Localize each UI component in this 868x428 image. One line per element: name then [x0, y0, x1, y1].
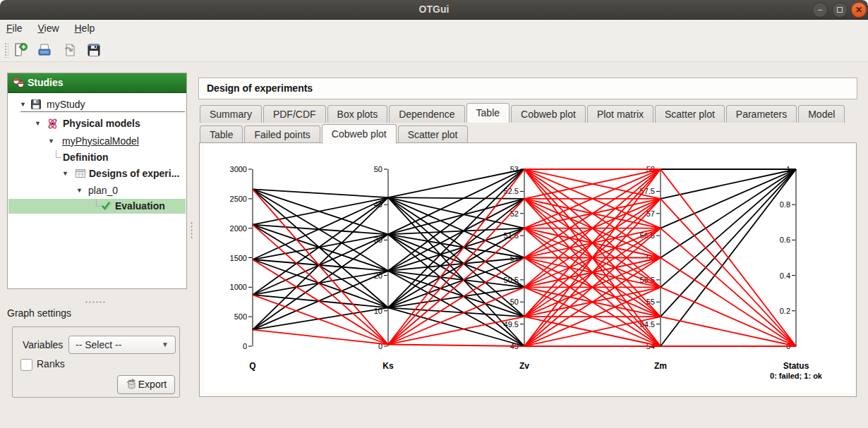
tab-dependence[interactable]: Dependence — [389, 105, 464, 123]
minimize-button[interactable]: − — [812, 2, 828, 18]
svg-text:0.4: 0.4 — [780, 271, 790, 280]
svg-text:Status: Status — [783, 361, 809, 371]
close-button[interactable]: ✕ — [851, 2, 867, 18]
tab-parameters[interactable]: Parameters — [726, 105, 797, 123]
export-button[interactable]: Export — [117, 375, 175, 394]
maximize-button[interactable] — [832, 2, 848, 18]
cobweb-plot-svg: 050010001500200025003000Q01020304050Ks49… — [205, 145, 855, 393]
open-folder-icon — [37, 42, 52, 58]
import-python-script-button[interactable] — [61, 41, 79, 59]
menu-bar: File View Help — [0, 20, 868, 38]
svg-text:Ks: Ks — [382, 361, 394, 371]
chevron-down-icon: ▼ — [162, 336, 169, 353]
svg-text:3000: 3000 — [230, 165, 247, 173]
studies-header: Studies — [8, 73, 186, 93]
toolbar-drag-handle[interactable] — [4, 42, 8, 58]
subtab-cobweb-plot[interactable]: Cobweb plot — [322, 124, 397, 144]
sub-tab-bar: Table Failed points Cobweb plot Scatter … — [200, 123, 469, 143]
study-separator — [20, 111, 185, 112]
subtab-scatter-plot[interactable]: Scatter plot — [398, 126, 468, 143]
tree-item-label: Definition — [63, 150, 109, 165]
tab-pdf-cdf[interactable]: PDF/CDF — [263, 105, 326, 123]
tree-item-label: myPhysicalModel — [62, 134, 139, 149]
title-bar[interactable]: OTGui − ✕ — [0, 0, 868, 20]
tab-scatter-plot[interactable]: Scatter plot — [655, 105, 725, 123]
save-floppy-icon — [86, 42, 102, 58]
studies-header-label: Studies — [28, 77, 64, 88]
tree-item-label: Designs of experi... — [89, 166, 179, 181]
import-script-icon — [62, 42, 78, 58]
maximize-icon — [837, 7, 843, 13]
graph-settings-title: Graph settings — [7, 307, 71, 319]
svg-text:0.6: 0.6 — [780, 236, 790, 244]
tree-item-mystudy[interactable]: ▼ myStudy — [8, 97, 186, 112]
svg-text:2500: 2500 — [230, 195, 247, 203]
expander-icon[interactable]: ▼ — [48, 134, 54, 149]
svg-text:0: 0 — [243, 342, 247, 350]
tab-cobweb-plot[interactable]: Cobweb plot — [511, 105, 586, 123]
evaluation-check-icon — [101, 200, 113, 212]
variables-combobox[interactable]: -- Select -- ▼ — [68, 336, 176, 354]
new-study-button[interactable] — [11, 41, 30, 59]
export-icon — [126, 379, 137, 390]
svg-text:Zm: Zm — [654, 361, 667, 371]
design-table-icon — [75, 168, 86, 179]
variables-combobox-value: -- Select -- — [76, 339, 121, 350]
tree-item-designs-of-experiments[interactable]: ▼ Designs of experi... — [8, 166, 186, 181]
subtab-table[interactable]: Table — [200, 126, 243, 143]
tree-item-label: Physical models — [63, 116, 140, 131]
tree-item-myphysicalmodel[interactable]: ▼ myPhysicalModel — [8, 134, 186, 149]
menu-help[interactable]: Help — [68, 20, 101, 36]
svg-text:Q: Q — [249, 361, 255, 371]
svg-text:0: failed; 1: ok: 0: failed; 1: ok — [770, 372, 823, 380]
app-window: OTGui − ✕ File View Help — [0, 0, 868, 428]
tree-item-plan-0[interactable]: ▼ plan_0 — [8, 183, 186, 198]
subtab-failed-points[interactable]: Failed points — [244, 126, 320, 143]
main-tab-bar: Summary PDF/CDF Box plots Dependence Tab… — [200, 103, 846, 123]
tab-box-plots[interactable]: Box plots — [327, 105, 388, 123]
export-button-label: Export — [138, 379, 167, 390]
svg-text:50: 50 — [374, 165, 382, 173]
tree-item-evaluation[interactable]: Evaluation — [8, 199, 186, 214]
new-document-icon — [13, 42, 28, 58]
expander-icon[interactable]: ▼ — [35, 116, 41, 131]
menu-file[interactable]: File — [0, 20, 29, 36]
menu-view[interactable]: View — [31, 20, 65, 36]
studies-tree-panel: Studies ▼ myStudy ▼ Physical models — [7, 73, 187, 289]
tab-model[interactable]: Model — [798, 105, 845, 123]
tree-item-label: Evaluation — [115, 199, 165, 214]
ranks-label: Ranks — [37, 358, 65, 369]
variables-label: Variables — [23, 339, 63, 350]
save-study-button[interactable] — [85, 41, 103, 59]
svg-text:1000: 1000 — [230, 283, 247, 291]
tree-branch-line — [52, 150, 61, 165]
tree-item-definition[interactable]: Definition — [8, 150, 186, 165]
tree-item-physical-models[interactable]: ▼ Physical models — [8, 116, 186, 131]
tab-table[interactable]: Table — [466, 103, 510, 123]
ranks-checkbox[interactable] — [20, 359, 32, 371]
graph-settings-box: Variables -- Select -- ▼ Ranks Export — [12, 326, 180, 398]
expander-icon[interactable]: ▼ — [62, 166, 68, 181]
svg-text:49.5: 49.5 — [504, 320, 519, 329]
svg-text:0.2: 0.2 — [780, 307, 790, 315]
svg-text:1500: 1500 — [230, 254, 247, 262]
open-study-button[interactable] — [35, 41, 54, 59]
page-title: Design of experiments — [198, 78, 857, 99]
tab-summary[interactable]: Summary — [200, 105, 262, 123]
tab-plot-matrix[interactable]: Plot matrix — [587, 105, 653, 123]
svg-text:Zv: Zv — [519, 361, 529, 371]
svg-text:10: 10 — [374, 307, 382, 315]
vertical-splitter-handle[interactable] — [190, 221, 193, 240]
svg-text:500: 500 — [234, 312, 247, 321]
studies-icon — [13, 78, 25, 88]
expander-icon[interactable]: ▼ — [76, 183, 83, 198]
svg-text:0.8: 0.8 — [780, 200, 790, 209]
horizontal-splitter-handle[interactable] — [85, 300, 106, 304]
study-save-icon — [30, 99, 42, 110]
physical-models-icon — [47, 118, 59, 130]
cobweb-plot: 050010001500200025003000Q01020304050Ks49… — [205, 145, 855, 393]
expander-icon[interactable]: ▼ — [20, 97, 26, 112]
svg-text:2000: 2000 — [230, 224, 247, 233]
toolbar — [0, 38, 868, 62]
tree-item-label: plan_0 — [88, 183, 118, 198]
